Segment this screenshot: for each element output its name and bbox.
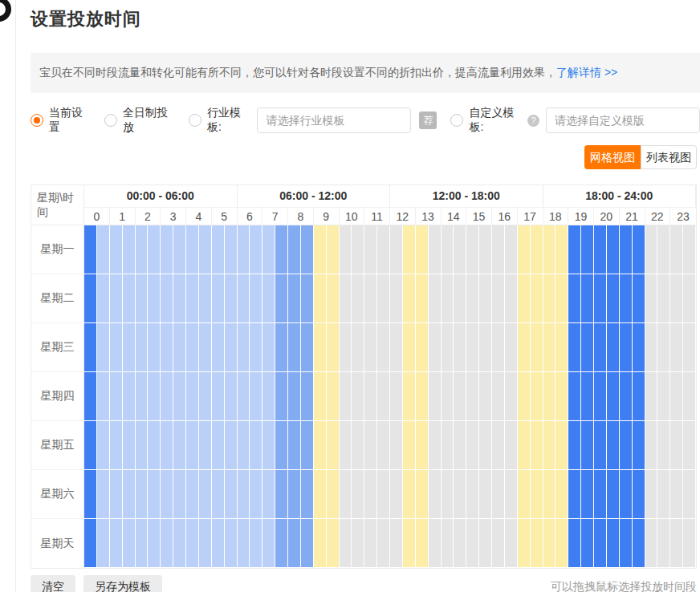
time-cell[interactable] [657,225,670,274]
time-cell[interactable] [364,470,377,519]
time-cell[interactable] [594,225,607,274]
hour-header[interactable]: 15 [466,207,492,225]
time-cell[interactable] [581,372,594,421]
radio-icon-fullday[interactable] [104,114,117,127]
time-cell[interactable] [275,372,288,421]
time-cell[interactable] [250,519,262,568]
time-cell[interactable] [633,470,645,519]
time-cell[interactable] [620,225,633,274]
time-cell[interactable] [607,421,620,470]
time-cell[interactable] [633,225,645,274]
time-cell[interactable] [123,225,136,274]
time-cell[interactable] [148,421,161,470]
hour-header[interactable]: 23 [670,207,696,225]
time-cell[interactable] [225,421,238,470]
time-cell[interactable] [556,470,568,519]
time-cell[interactable] [340,470,352,519]
time-cell[interactable] [377,323,390,372]
time-cell[interactable] [543,274,556,323]
time-cell[interactable] [479,274,492,323]
time-cell[interactable] [442,421,454,470]
time-cell[interactable] [442,323,454,372]
time-range-header[interactable]: 12:00 - 18:00 [390,185,543,207]
custom-template-input[interactable] [546,107,700,133]
time-cell[interactable] [403,372,416,421]
time-cell[interactable] [556,274,568,323]
time-cell[interactable] [377,274,390,323]
time-cell[interactable] [492,225,505,274]
time-cell[interactable] [110,421,123,470]
time-cell[interactable] [556,421,568,470]
time-cell[interactable] [238,372,250,421]
time-cell[interactable] [352,274,364,323]
time-cell[interactable] [403,225,416,274]
hour-header[interactable]: 4 [186,207,212,225]
time-cell[interactable] [340,323,352,372]
time-cell[interactable] [186,323,199,372]
hour-header[interactable]: 22 [645,207,671,225]
hour-header[interactable]: 18 [543,207,569,225]
time-cell[interactable] [657,470,670,519]
industry-template-input[interactable] [257,107,411,133]
time-cell[interactable] [505,372,518,421]
day-label[interactable]: 星期三 [31,323,84,372]
time-cell[interactable] [518,470,531,519]
radio-industry-template[interactable]: 行业模板: [189,106,251,135]
time-cell[interactable] [186,274,199,323]
time-cell[interactable] [390,519,403,568]
radio-icon-current[interactable] [31,114,43,127]
time-cell[interactable] [543,421,556,470]
time-cell[interactable] [352,421,364,470]
time-cell[interactable] [340,372,352,421]
time-cell[interactable] [670,323,683,372]
time-cell[interactable] [123,274,136,323]
time-cell[interactable] [620,519,633,568]
time-cell[interactable] [161,372,173,421]
time-cell[interactable] [518,421,531,470]
time-cell[interactable] [377,470,390,519]
time-cell[interactable] [429,470,442,519]
time-cell[interactable] [275,519,288,568]
time-cell[interactable] [442,372,454,421]
time-cell[interactable] [250,470,262,519]
time-cell[interactable] [594,372,607,421]
time-cell[interactable] [364,421,377,470]
time-cell[interactable] [352,323,364,372]
time-cell[interactable] [97,274,110,323]
time-cell[interactable] [531,470,543,519]
time-cell[interactable] [136,225,149,274]
time-cell[interactable] [225,274,238,323]
time-cell[interactable] [568,225,581,274]
time-cell[interactable] [645,323,658,372]
time-cell[interactable] [531,274,543,323]
time-cell[interactable] [225,372,238,421]
hour-header[interactable]: 19 [568,207,594,225]
time-cell[interactable] [645,519,658,568]
time-cell[interactable] [645,421,658,470]
time-cell[interactable] [670,372,683,421]
time-cell[interactable] [225,225,238,274]
time-cell[interactable] [429,323,442,372]
time-cell[interactable] [683,470,696,519]
time-cell[interactable] [262,519,275,568]
day-label[interactable]: 星期四 [31,372,84,421]
time-cell[interactable] [97,323,110,372]
time-cell[interactable] [161,470,173,519]
time-cell[interactable] [607,470,620,519]
time-cell[interactable] [620,470,633,519]
time-cell[interactable] [479,225,492,274]
time-cell[interactable] [633,519,645,568]
time-cell[interactable] [110,372,123,421]
time-cell[interactable] [518,519,531,568]
time-cell[interactable] [97,519,110,568]
time-cell[interactable] [262,225,275,274]
time-cell[interactable] [199,372,212,421]
time-cell[interactable] [390,372,403,421]
time-cell[interactable] [250,372,262,421]
time-cell[interactable] [403,274,416,323]
time-range-header[interactable]: 06:00 - 12:00 [238,185,391,207]
time-cell[interactable] [84,274,97,323]
time-cell[interactable] [123,470,136,519]
time-cell[interactable] [466,470,479,519]
time-cell[interactable] [161,323,173,372]
